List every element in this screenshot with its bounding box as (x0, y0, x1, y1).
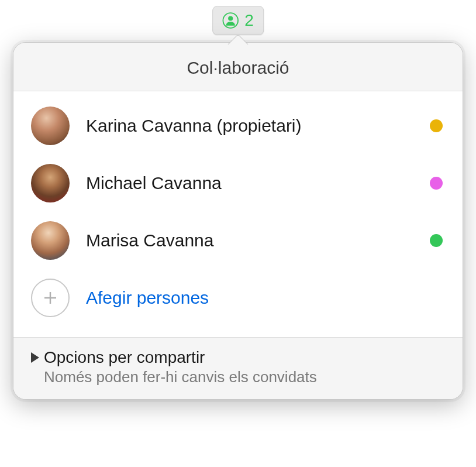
participant-name: Marisa Cavanna (86, 231, 413, 250)
status-dot (430, 119, 443, 132)
disclosure-triangle-icon (31, 352, 39, 363)
avatar (31, 221, 70, 260)
status-dot (430, 234, 443, 247)
participant-name: Karina Cavanna (propietari) (86, 116, 413, 136)
collaboration-toolbar-button[interactable]: 2 (212, 6, 264, 35)
collaboration-popover: Col·laboració Karina Cavanna (propietari… (13, 42, 463, 400)
avatar (31, 107, 70, 145)
participant-name: Michael Cavanna (86, 173, 413, 193)
add-people-label: Afegir persones (86, 288, 209, 308)
participant-row[interactable]: Michael Cavanna (13, 154, 463, 212)
status-dot (430, 177, 443, 190)
share-options-title: Opcions per compartir (44, 348, 205, 367)
plus-icon (31, 279, 70, 317)
participant-row[interactable]: Marisa Cavanna (13, 212, 463, 269)
person-icon (222, 12, 239, 29)
collaboration-count: 2 (244, 11, 254, 30)
participant-row[interactable]: Karina Cavanna (propietari) (13, 97, 463, 154)
svg-point-1 (228, 16, 233, 20)
avatar (31, 164, 70, 202)
add-people-button[interactable]: Afegir persones (13, 269, 463, 331)
share-options-section[interactable]: Opcions per compartir Només poden fer-hi… (13, 337, 463, 399)
popover-arrow (227, 34, 249, 44)
popover-title: Col·laboració (13, 43, 463, 91)
share-options-subtitle: Només poden fer-hi canvis els convidats (44, 368, 445, 386)
participants-list: Karina Cavanna (propietari) Michael Cava… (13, 91, 463, 337)
